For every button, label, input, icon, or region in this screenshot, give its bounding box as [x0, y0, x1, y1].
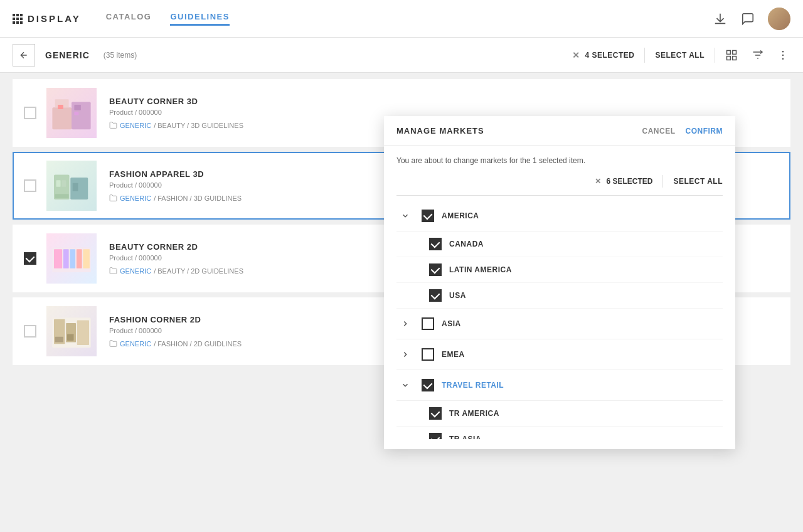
modal-selection-bar: ✕ 6 SELECTED SELECT ALL [396, 175, 723, 196]
manage-markets-modal: MANAGE MARKETS CANCEL CONFIRM You are ab… [384, 116, 735, 449]
modal-description: You are about to change markets for the … [396, 156, 723, 165]
usa-checkbox[interactable] [429, 289, 442, 302]
market-child-tr-america[interactable]: TR AMERICA [396, 401, 723, 427]
market-list: AMERICA CANADA LATIN AMERICA USA [396, 201, 723, 439]
latin-america-checkbox[interactable] [429, 263, 442, 276]
chevron-down-icon[interactable] [396, 207, 414, 225]
travel-retail-checkbox[interactable] [422, 379, 434, 391]
asia-label: ASIA [442, 319, 461, 328]
modal-count-label: 6 SELECTED [606, 177, 652, 186]
america-checkbox[interactable] [422, 210, 434, 222]
travel-retail-label: TRAVEL RETAIL [442, 381, 504, 390]
chevron-right-icon-emea[interactable] [396, 346, 414, 363]
modal-select-all-button[interactable]: SELECT ALL [673, 177, 723, 186]
market-group-asia[interactable]: ASIA [396, 309, 723, 339]
modal-title: MANAGE MARKETS [396, 126, 484, 136]
tr-asia-label: TR ASIA [449, 435, 481, 439]
tr-asia-checkbox[interactable] [429, 433, 442, 439]
cancel-button[interactable]: CANCEL [642, 127, 676, 136]
market-child-latin-america[interactable]: LATIN AMERICA [396, 257, 723, 283]
asia-checkbox[interactable] [422, 317, 434, 330]
modal-body: You are about to change markets for the … [384, 146, 735, 449]
modal-clear-icon[interactable]: ✕ [595, 177, 601, 186]
chevron-right-icon-asia[interactable] [396, 315, 414, 332]
tr-america-checkbox[interactable] [429, 407, 442, 420]
market-group-emea[interactable]: EMEA [396, 339, 723, 370]
america-label: AMERICA [442, 211, 479, 220]
tr-america-label: TR AMERICA [449, 409, 499, 418]
market-child-tr-asia[interactable]: TR ASIA [396, 427, 723, 439]
canada-checkbox[interactable] [429, 238, 442, 250]
emea-label: EMEA [442, 350, 465, 359]
modal-header: MANAGE MARKETS CANCEL CONFIRM [384, 116, 735, 146]
market-group-travel-retail[interactable]: TRAVEL RETAIL [396, 370, 723, 401]
latin-america-label: LATIN AMERICA [449, 265, 512, 274]
emea-checkbox[interactable] [422, 348, 434, 361]
usa-label: USA [449, 291, 466, 300]
market-child-canada[interactable]: CANADA [396, 231, 723, 257]
chevron-down-icon-tr[interactable] [396, 376, 414, 394]
canada-label: CANADA [449, 240, 484, 248]
market-group-america[interactable]: AMERICA [396, 201, 723, 231]
modal-overlay: MANAGE MARKETS CANCEL CONFIRM You are ab… [0, 0, 803, 532]
modal-actions: CANCEL CONFIRM [642, 127, 723, 136]
confirm-button[interactable]: CONFIRM [686, 127, 723, 136]
modal-divider [662, 175, 663, 188]
modal-selected-count: ✕ 6 SELECTED [595, 177, 652, 186]
market-child-usa[interactable]: USA [396, 283, 723, 309]
